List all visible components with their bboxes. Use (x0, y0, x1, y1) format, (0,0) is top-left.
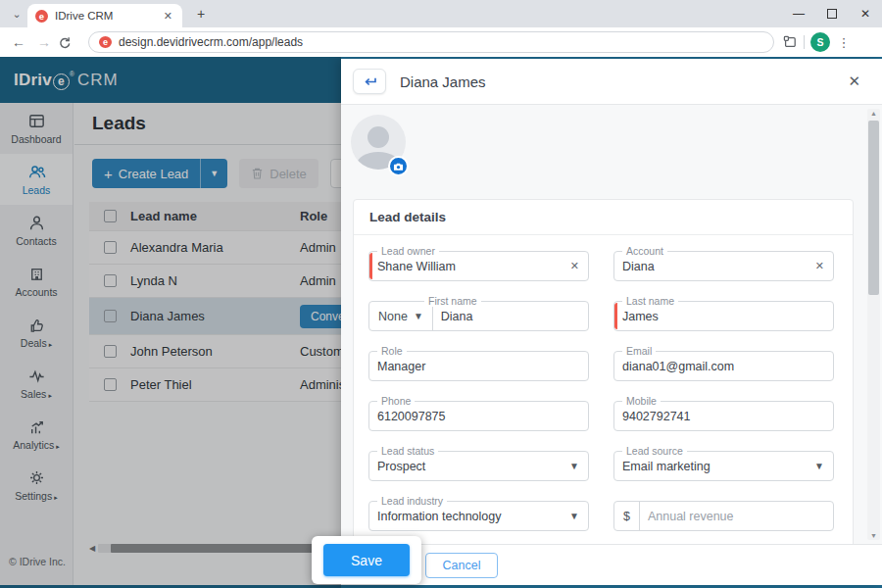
lead-industry-select[interactable]: Lead industry Information technology ▼ (368, 501, 589, 531)
window-maximize-button[interactable] (815, 0, 849, 27)
new-tab-button[interactable]: + (192, 6, 210, 24)
url-favicon-icon: e (99, 36, 112, 48)
first-name-field[interactable]: First name None ▼ Diana (368, 301, 589, 331)
section-title: Lead details (354, 200, 853, 235)
panel-header: Diana James ✕ (341, 59, 882, 105)
panel-body: Lead details Lead owner Shane William ✕ … (341, 105, 882, 544)
lead-details-form: Lead owner Shane William ✕ Account Diana… (354, 235, 853, 531)
lead-source-select[interactable]: Lead source Email marketing ▼ (613, 451, 834, 481)
lead-status-select[interactable]: Lead status Prospect ▼ (368, 451, 589, 481)
chevron-down-icon: ▼ (569, 461, 588, 471)
chevron-down-icon: ▼ (414, 311, 423, 321)
save-button[interactable]: Save (323, 544, 410, 576)
email-field[interactable]: Email diana01@gmail.com (613, 351, 834, 381)
last-name-field[interactable]: Last name James (613, 301, 834, 331)
mobile-field[interactable]: Mobile 9402792741 (613, 401, 834, 431)
chevron-down-icon: ▼ (814, 461, 833, 471)
forward-nav-icon[interactable]: → (31, 34, 57, 50)
url-text[interactable]: design.devidrivecrm.com/app/leads (119, 35, 303, 49)
camera-icon (393, 162, 404, 172)
back-arrow-icon (361, 74, 378, 89)
upload-photo-button[interactable] (388, 156, 409, 176)
role-field[interactable]: Role Manager (368, 351, 589, 381)
currency-prefix: $ (614, 502, 640, 530)
screen: ⌄ e IDrive CRM ✕ + — ✕ ← → e design.devi… (0, 0, 882, 588)
maximize-icon (827, 9, 837, 19)
scroll-down-icon[interactable]: ▼ (867, 532, 880, 539)
profile-avatar[interactable]: S (810, 32, 830, 52)
window-minimize-button[interactable]: — (782, 0, 815, 27)
back-button[interactable] (353, 69, 386, 94)
lead-details-card: Lead details Lead owner Shane William ✕ … (353, 199, 854, 544)
phone-field[interactable]: Phone 6120097875 (368, 401, 589, 431)
save-button-highlight: Save (312, 536, 421, 584)
browser-tabstrip: ⌄ e IDrive CRM ✕ + — ✕ (0, 0, 882, 27)
account-field[interactable]: Account Diana ✕ (613, 251, 834, 281)
window-close-button[interactable]: ✕ (849, 0, 882, 27)
tab-title: IDrive CRM (55, 10, 162, 22)
back-nav-icon[interactable]: ← (6, 34, 31, 50)
browser-toolbar: ← → e design.devidrivecrm.com/app/leads … (0, 27, 882, 57)
lead-detail-panel: Diana James ✕ Lead details (341, 59, 882, 585)
lead-owner-field[interactable]: Lead owner Shane William ✕ (368, 251, 589, 281)
panel-title: Diana James (400, 74, 486, 90)
reload-icon[interactable] (57, 35, 82, 50)
extensions-icon[interactable] (782, 34, 798, 50)
cancel-button[interactable]: Cancel (425, 553, 498, 578)
site-favicon-icon: e (35, 10, 48, 23)
chevron-down-icon: ▼ (569, 511, 588, 521)
tab-close-icon[interactable]: ✕ (162, 10, 174, 23)
url-bar[interactable]: e design.devidrivecrm.com/app/leads (88, 31, 774, 53)
tab-search-icon[interactable]: ⌄ (8, 6, 25, 24)
panel-footer: Cancel (341, 544, 882, 585)
browser-tab[interactable]: e IDrive CRM ✕ (27, 4, 182, 27)
panel-close-icon[interactable]: ✕ (848, 73, 860, 90)
modal-backdrop[interactable] (0, 57, 341, 588)
clear-icon[interactable]: ✕ (570, 260, 588, 272)
scrollbar-thumb[interactable] (868, 121, 879, 295)
crm-app: IDrive®CRM Dashboard Leads (0, 57, 882, 588)
toolbar-divider (804, 35, 805, 49)
scroll-up-icon[interactable]: ▲ (867, 110, 880, 117)
browser-menu-icon[interactable]: ⋮ (836, 35, 852, 50)
annual-revenue-field[interactable]: $ Annual revenue (613, 501, 834, 531)
clear-icon[interactable]: ✕ (815, 260, 833, 272)
panel-scrollbar[interactable]: ▲ ▼ (867, 109, 880, 540)
